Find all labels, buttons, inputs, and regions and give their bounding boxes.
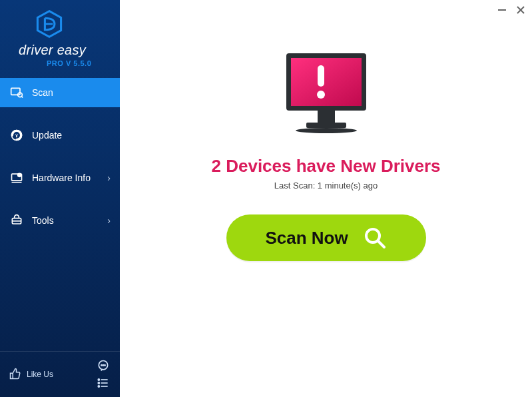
- menu-icon[interactable]: [96, 376, 111, 390]
- sidebar-item-label: Hardware Info: [32, 173, 91, 183]
- sidebar-item-label: Update: [32, 130, 62, 141]
- sidebar-item-update[interactable]: Update: [0, 121, 120, 150]
- close-button[interactable]: [516, 5, 525, 17]
- chevron-right-icon: ›: [107, 173, 111, 183]
- tools-icon: [9, 213, 24, 228]
- brand-version: PRO V 5.5.0: [47, 59, 91, 67]
- svg-line-34: [378, 241, 384, 247]
- svg-point-15: [105, 365, 105, 366]
- content: 2 Devices have New Drivers Last Scan: 1 …: [120, 0, 532, 261]
- svg-point-14: [103, 365, 103, 366]
- svg-point-20: [98, 386, 99, 387]
- sidebar-item-tools[interactable]: Tools ›: [0, 206, 120, 235]
- sidebar-item-label: Scan: [32, 87, 53, 98]
- sidebar-item-hardware-info[interactable]: i Hardware Info ›: [0, 163, 120, 193]
- scan-now-label: Scan Now: [265, 228, 348, 248]
- alert-monitor-illustration: [276, 48, 376, 144]
- scan-now-button[interactable]: Scan Now: [226, 214, 426, 261]
- sidebar: driver easy PRO V 5.5.0 Scan: [0, 0, 120, 397]
- window-controls: [497, 5, 525, 17]
- headline: 2 Devices have New Drivers: [212, 156, 441, 177]
- sidebar-bottom: Like Us: [0, 351, 120, 397]
- svg-rect-27: [291, 58, 362, 106]
- svg-point-32: [296, 128, 357, 133]
- minimize-button[interactable]: [497, 5, 507, 17]
- svg-point-29: [317, 91, 325, 99]
- last-scan-text: Last Scan: 1 minute(s) ago: [274, 181, 378, 191]
- svg-point-16: [98, 379, 99, 380]
- sidebar-extra-icons: [96, 358, 111, 390]
- sidebar-item-label: Tools: [32, 215, 54, 226]
- scan-icon: [9, 85, 24, 100]
- chevron-right-icon: ›: [107, 215, 111, 226]
- hardware-info-icon: i: [9, 171, 24, 185]
- logo-icon: [35, 9, 64, 41]
- logo-block: driver easy PRO V 5.5.0: [0, 0, 120, 73]
- magnifier-icon: [363, 226, 387, 250]
- sidebar-item-scan[interactable]: Scan: [0, 78, 120, 107]
- main-panel: 2 Devices have New Drivers Last Scan: 1 …: [120, 0, 532, 397]
- update-icon: [9, 128, 24, 143]
- svg-rect-31: [306, 123, 346, 128]
- app-window: driver easy PRO V 5.5.0 Scan: [0, 0, 532, 397]
- svg-point-13: [101, 365, 102, 366]
- svg-point-18: [98, 382, 99, 384]
- sidebar-nav: Scan Update: [0, 78, 120, 248]
- like-us-button[interactable]: Like Us: [9, 368, 53, 382]
- brand-name: driver easy: [19, 43, 86, 58]
- like-us-label: Like Us: [27, 370, 53, 379]
- feedback-icon[interactable]: [96, 358, 111, 373]
- svg-text:i: i: [19, 174, 20, 177]
- svg-rect-30: [318, 111, 335, 124]
- thumbs-up-icon: [9, 368, 21, 382]
- svg-rect-28: [318, 65, 324, 87]
- svg-line-4: [22, 97, 23, 98]
